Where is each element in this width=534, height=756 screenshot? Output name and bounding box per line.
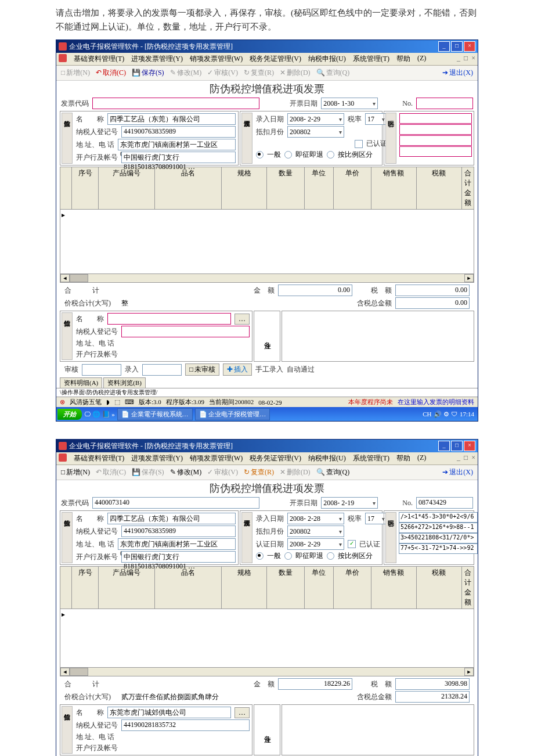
- task-1[interactable]: 📄 企業電子報稅系統…: [117, 408, 193, 420]
- modify-button[interactable]: ✎ 修改(M): [170, 467, 202, 477]
- pwd-input-3[interactable]: [399, 135, 472, 146]
- normal-radio[interactable]: [256, 151, 264, 159]
- seller-lookup-button[interactable]: …: [234, 707, 250, 718]
- menu-item[interactable]: 系统管理(T): [353, 453, 389, 463]
- table-body[interactable]: ▸: [60, 609, 474, 668]
- refund-radio[interactable]: [284, 552, 292, 560]
- status-button[interactable]: □未审核: [185, 363, 219, 376]
- pwd-input-1[interactable]: [399, 113, 472, 124]
- auditby-input[interactable]: [82, 364, 121, 376]
- tab-browse[interactable]: 资料浏览(B): [103, 377, 146, 388]
- no-input[interactable]: [416, 98, 473, 109]
- buyer-bank-input[interactable]: 中国银行虎门支行818150183708091001 …: [121, 152, 236, 163]
- pwd-input-4[interactable]: 77+5<-31-72*1>74->>92: [399, 543, 478, 554]
- entry-date-dropdown[interactable]: 2008- 2-28: [287, 513, 344, 524]
- cancel-button[interactable]: ↶ 取消(C): [96, 467, 126, 477]
- deduct-month-dropdown[interactable]: 200802: [287, 126, 344, 138]
- deduct-month-dropdown[interactable]: 200802: [287, 525, 344, 537]
- proportion-radio[interactable]: [327, 552, 334, 560]
- minimize-button[interactable]: _: [438, 441, 450, 451]
- invoice-date-dropdown[interactable]: 2008- 2-19: [321, 497, 378, 509]
- buyer-addr-input[interactable]: 东莞市虎门镇南面村第一工业区0769-8551: [118, 538, 236, 550]
- pwd-input-1[interactable]: />1<1*45-3>30*0+2<9/6: [399, 512, 478, 523]
- seller-name-input[interactable]: 东莞市虎门城郊供电公司: [107, 707, 231, 718]
- task-2[interactable]: 📄 企业电子报税管理…: [195, 408, 270, 420]
- new-button[interactable]: □ 新增(N): [61, 68, 90, 78]
- invoice-code-input[interactable]: [92, 98, 259, 109]
- exit-button[interactable]: ➔ 退出(X): [442, 467, 473, 477]
- save-button[interactable]: 💾 保存(S): [132, 68, 164, 78]
- buyer-name-input[interactable]: 四季工艺品（东莞）有限公司: [107, 113, 236, 125]
- mdi-controls[interactable]: _ □ ×: [457, 453, 475, 463]
- recheck-button[interactable]: ↻ 复查(R): [244, 467, 274, 477]
- menu-item[interactable]: 销项发票管理(W): [190, 453, 243, 463]
- search-button[interactable]: 🔍 查询(Q): [316, 467, 350, 477]
- menu-item[interactable]: (Z): [417, 453, 426, 463]
- no-input[interactable]: 08743429: [416, 497, 473, 509]
- invoice-date-dropdown[interactable]: 2008- 1-30: [321, 98, 378, 109]
- menu-item[interactable]: 帮助: [396, 54, 410, 64]
- close-button[interactable]: ×: [464, 41, 475, 52]
- certified-checkbox[interactable]: [355, 140, 363, 148]
- menu-item[interactable]: 基础资料管理(T): [74, 453, 124, 463]
- page-title: 防伪税控增值税进项发票: [56, 480, 478, 496]
- search-button[interactable]: 🔍 查询(Q): [316, 68, 350, 78]
- buyer-name-input[interactable]: 四季工艺品（东莞）有限公司: [107, 513, 236, 524]
- menu-item[interactable]: 帮助: [396, 453, 410, 463]
- cert-date-dropdown[interactable]: 2008- 2-29: [287, 538, 344, 550]
- menu-item[interactable]: 纳税申报(U): [308, 54, 346, 64]
- save-button[interactable]: 💾 保存(S): [132, 467, 164, 477]
- pwd-input-3[interactable]: 3>450221808<31/72/0*>: [399, 533, 478, 543]
- table-body[interactable]: ▸: [60, 210, 474, 274]
- buyer-tax-input[interactable]: 441900763835989: [121, 126, 236, 138]
- new-button[interactable]: □ 新增(N): [61, 467, 90, 477]
- modify-button[interactable]: ✎ 修改(M): [170, 68, 202, 78]
- audit-button[interactable]: ✓ 审核(V): [207, 467, 238, 477]
- pwd-input-2[interactable]: 5266+272>126*+9>88--1: [399, 523, 478, 533]
- h-scrollbar[interactable]: ◄►: [60, 274, 474, 283]
- pwd-input-4[interactable]: [399, 146, 472, 157]
- systray[interactable]: CH 🔊 ⚙ 🛡 17:14: [423, 411, 477, 418]
- entryby-input[interactable]: [142, 364, 182, 376]
- menu-item[interactable]: 基础资料管理(T): [74, 54, 124, 64]
- exit-button[interactable]: ➔ 退出(X): [442, 68, 473, 78]
- start-button[interactable]: 开始: [57, 409, 82, 420]
- menu-item[interactable]: (Z): [417, 54, 426, 64]
- seller-lookup-button[interactable]: …: [234, 314, 250, 325]
- normal-radio[interactable]: [256, 552, 264, 560]
- minimize-button[interactable]: _: [438, 41, 450, 52]
- cancel-button[interactable]: ↶ 取消(C): [96, 68, 126, 78]
- refund-radio[interactable]: [284, 151, 292, 159]
- menu-item[interactable]: 税务凭证管理(V): [250, 54, 301, 64]
- pwd-input-2[interactable]: [399, 124, 472, 135]
- menu-item[interactable]: 税务凭证管理(V): [250, 453, 301, 463]
- buyer-addr-input[interactable]: 东莞市虎门镇南面村第一工业区0769-8551: [118, 139, 236, 150]
- proportion-radio[interactable]: [327, 151, 334, 159]
- entry-date-dropdown[interactable]: 2008- 2-29: [287, 113, 344, 125]
- quicklaunch[interactable]: 🖵 🌐 📘 »: [84, 411, 115, 418]
- delete-button[interactable]: ✕ 删除(D): [280, 68, 311, 78]
- seller-tax-input[interactable]: 441900281835732: [121, 719, 250, 731]
- toolbar: □ 新增(N) ↶ 取消(C) 💾 保存(S) ✎ 修改(M) ✓ 审核(V) …: [56, 66, 478, 81]
- audit-button[interactable]: ✓ 审核(V): [207, 68, 238, 78]
- menu-item[interactable]: 系统管理(T): [353, 54, 389, 64]
- insert-button[interactable]: ✚插入: [223, 363, 252, 376]
- tab-detail[interactable]: 资料明细(A): [60, 377, 102, 388]
- recheck-button[interactable]: ↻ 复查(R): [244, 68, 274, 78]
- menu-item[interactable]: 进项发票管理(Y): [131, 453, 183, 463]
- mdi-controls[interactable]: _ □ ×: [457, 54, 475, 64]
- buyer-tax-input[interactable]: 441900763835989: [121, 525, 236, 537]
- certified-checkbox[interactable]: ✓: [348, 540, 356, 548]
- close-button[interactable]: ×: [464, 441, 475, 451]
- menu-item[interactable]: 纳税申报(U): [308, 453, 346, 463]
- menu-item[interactable]: 进项发票管理(Y): [131, 54, 183, 64]
- h-scrollbar[interactable]: ◄►: [60, 668, 474, 676]
- maximize-button[interactable]: □: [451, 441, 463, 451]
- invoice-code-input[interactable]: 4400073140: [92, 497, 259, 509]
- delete-button[interactable]: ✕ 删除(D): [280, 467, 311, 477]
- seller-tax-input[interactable]: [121, 326, 250, 337]
- buyer-bank-input[interactable]: 中国银行虎门支行818150183708091001 …: [121, 551, 236, 563]
- maximize-button[interactable]: □: [451, 41, 463, 52]
- menu-item[interactable]: 销项发票管理(W): [190, 54, 243, 64]
- seller-name-input[interactable]: [107, 313, 231, 325]
